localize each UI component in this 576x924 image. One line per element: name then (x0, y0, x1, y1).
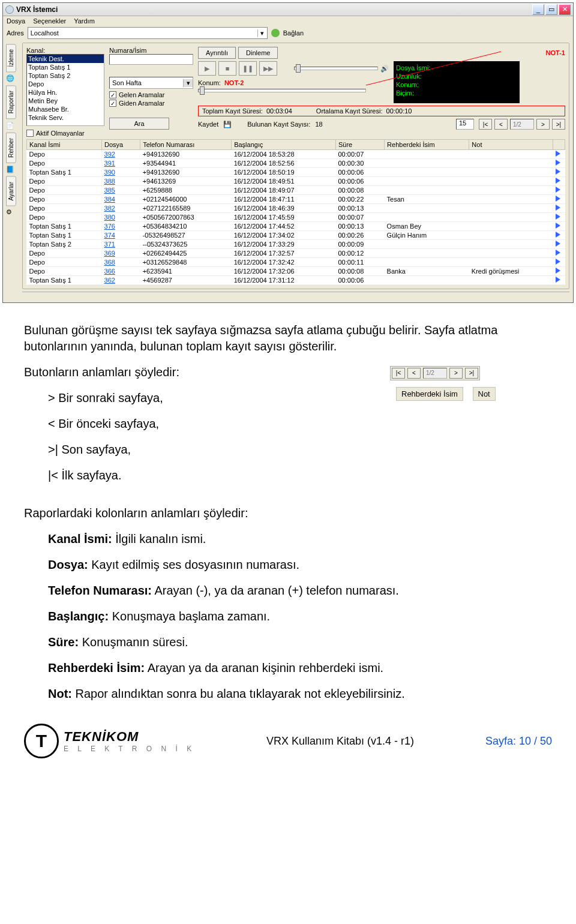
table-row[interactable]: Depo369+0266249442516/12/2004 17:32:5700… (27, 249, 565, 258)
table-row[interactable]: Depo388+9461326916/12/2004 18:49:5100:00… (27, 177, 565, 186)
channel-item[interactable]: Muhasebe Br. (27, 105, 104, 113)
first-page-button[interactable]: |< (479, 119, 492, 130)
save-icon[interactable]: 💾 (223, 121, 232, 128)
menubar: Dosya Seçenekler Yardım (3, 16, 573, 26)
detail-button[interactable]: Ayrıntılı (198, 47, 236, 59)
play-icon[interactable] (556, 250, 560, 256)
play-icon[interactable] (556, 277, 560, 283)
channel-item[interactable]: Toptan Satış 2 (27, 71, 104, 80)
name-input[interactable] (109, 54, 193, 65)
close-button[interactable]: ✕ (559, 4, 571, 15)
location-label: Konum: (198, 79, 221, 86)
tab-icon: 📄 (6, 122, 16, 131)
menu-options[interactable]: Seçenekler (33, 17, 66, 25)
fwd-button[interactable]: ▶▶ (259, 61, 277, 76)
minimize-button[interactable]: _ (532, 4, 544, 15)
last-page-button[interactable]: >| (552, 119, 565, 130)
maximize-button[interactable]: ▭ (545, 4, 557, 15)
document-body: Bulunan görüşme sayısı tek sayfaya sığma… (0, 305, 576, 702)
channel-list[interactable]: Teknik Dest.Toptan Satış 1Toptan Satış 2… (26, 54, 104, 126)
play-icon[interactable] (556, 178, 560, 184)
save-label: Kaydet (198, 121, 218, 128)
inactive-label: Aktif Olmayanlar (36, 130, 85, 137)
channel-item[interactable]: Hülya Hn. (27, 88, 104, 97)
period-combo[interactable]: Son Hafta ▾ (109, 77, 193, 89)
incoming-checkbox[interactable]: ✓ (109, 91, 116, 98)
app-icon (5, 5, 14, 14)
inactive-checkbox[interactable] (26, 130, 34, 137)
page-indicator: 1/2 (510, 119, 534, 130)
stop-button[interactable]: ■ (218, 61, 236, 76)
table-row[interactable]: Toptan Satış 1362+456928716/12/2004 17:3… (27, 276, 565, 285)
next-page-button[interactable]: > (536, 119, 550, 130)
records-table: Kanal İsmiDosyaTelefon NumarasıBaşlangıç… (26, 139, 565, 285)
column-header[interactable]: Dosya (102, 140, 140, 150)
play-icon[interactable] (556, 214, 560, 220)
table-row[interactable]: Toptan Satış 1374-0532649852716/12/2004 … (27, 231, 565, 240)
column-header[interactable]: Kanal İsmi (27, 140, 102, 150)
column-header[interactable]: Rehberdeki İsim (385, 140, 469, 150)
tab-raporlar[interactable]: Raporlar (6, 85, 16, 119)
table-row[interactable]: Toptan Satış 1376+0536483421016/12/2004 … (27, 222, 565, 231)
page-size-input[interactable]: 15 (456, 119, 474, 130)
play-icon[interactable] (556, 259, 560, 265)
table-row[interactable]: Depo384+0212454600016/12/2004 18:47:1100… (27, 195, 565, 204)
pager: |< < 1/2 > >| (479, 119, 565, 130)
play-icon[interactable] (556, 241, 560, 247)
table-row[interactable]: Depo392+94913269016/12/2004 18:53:2800:0… (27, 150, 565, 159)
connect-label[interactable]: Bağlan (283, 29, 304, 37)
outgoing-checkbox[interactable]: ✓ (109, 100, 116, 107)
pause-button[interactable]: ❚❚ (239, 61, 257, 76)
play-icon[interactable] (556, 268, 560, 274)
page-footer: T TEKNİKOM E L E K T R O N İ K VRX Kulla… (0, 712, 576, 764)
play-icon[interactable] (556, 223, 560, 229)
tab-ayarlar[interactable]: Ayarlar (6, 176, 16, 206)
channel-item[interactable]: Metin Bey (27, 97, 104, 105)
play-icon[interactable] (556, 169, 560, 175)
speaker-icon: 🔊 (380, 65, 389, 73)
play-icon[interactable] (556, 151, 560, 157)
address-bar: Adres Localhost ▾ Bağlan (3, 26, 573, 40)
search-button[interactable]: Ara (109, 118, 169, 130)
chevron-down-icon[interactable]: ▾ (183, 79, 193, 87)
channel-item[interactable]: Depo (27, 80, 104, 88)
channel-item[interactable]: Toptan Satış 1 (27, 63, 104, 71)
tab-rehber[interactable]: Rehber (6, 133, 16, 163)
pager-illustration: |<< 1/2 >>| (390, 366, 480, 380)
address-combo[interactable]: Localhost ▾ (28, 27, 268, 39)
note2-annotation: NOT-2 (224, 79, 244, 86)
address-label: Adres (7, 29, 24, 37)
channel-item[interactable]: Teknik Serv. (27, 113, 104, 122)
menu-help[interactable]: Yardım (74, 17, 95, 25)
table-row[interactable]: Depo366+623594116/12/2004 17:32:0600:00:… (27, 267, 565, 276)
menu-file[interactable]: Dosya (7, 17, 25, 25)
tab-icon: 📘 (6, 166, 16, 175)
status-bar (22, 292, 569, 300)
table-row[interactable]: Depo385+625988816/12/2004 18:49:0700:00:… (27, 186, 565, 195)
volume-slider[interactable] (294, 67, 378, 70)
prev-page-button[interactable]: < (494, 119, 508, 130)
table-row[interactable]: Depo391+9354494116/12/2004 18:52:5600:00… (27, 159, 565, 168)
table-row[interactable]: Depo382+02712216558916/12/2004 18:46:390… (27, 204, 565, 213)
table-row[interactable]: Depo368+0312652984816/12/2004 17:32:4200… (27, 258, 565, 267)
channel-item[interactable]: Teknik Dest. (27, 55, 104, 63)
play-icon[interactable] (556, 196, 560, 202)
play-icon[interactable] (556, 160, 560, 166)
tab-izleme[interactable]: İzleme (6, 44, 16, 72)
column-header[interactable]: Not (469, 140, 553, 150)
position-slider[interactable] (198, 89, 366, 92)
play-icon[interactable] (556, 187, 560, 193)
play-icon[interactable] (556, 232, 560, 238)
note1-annotation: NOT-1 (546, 49, 565, 56)
chevron-down-icon[interactable]: ▾ (257, 29, 267, 37)
play-button[interactable]: ▶ (198, 61, 216, 76)
column-header[interactable]: Telefon Numarası (140, 140, 232, 150)
table-row[interactable]: Toptan Satış 2371--0532437362516/12/2004… (27, 240, 565, 249)
table-row[interactable]: Toptan Satış 1390+94913269016/12/2004 18… (27, 168, 565, 177)
connect-icon (271, 29, 280, 37)
column-header[interactable]: Başlangıç (232, 140, 336, 150)
play-icon[interactable] (556, 205, 560, 211)
table-row[interactable]: Depo380+050567200786316/12/2004 17:45:59… (27, 213, 565, 222)
column-header[interactable]: Süre (335, 140, 384, 150)
listen-button[interactable]: Dinleme (238, 47, 278, 59)
